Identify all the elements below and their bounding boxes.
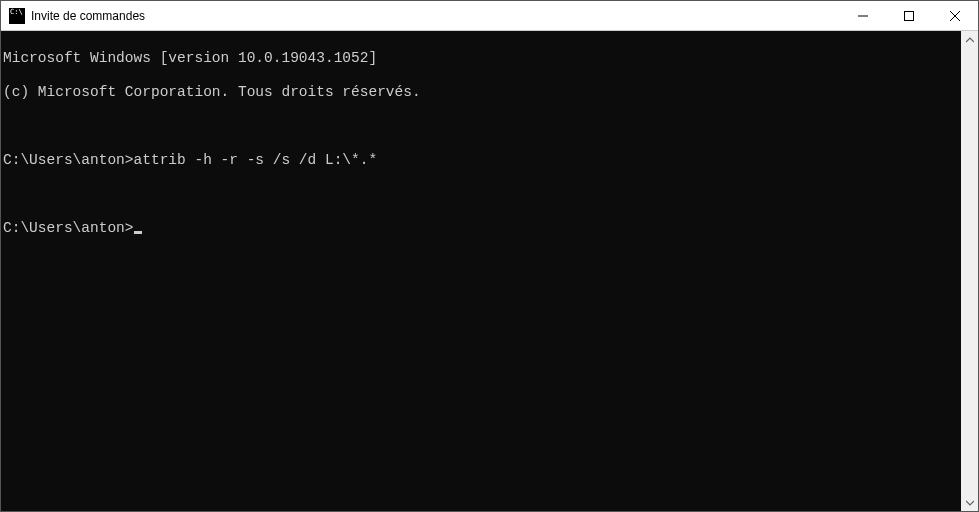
titlebar[interactable]: Invite de commandes xyxy=(1,1,978,31)
window-title: Invite de commandes xyxy=(31,9,840,23)
cursor xyxy=(134,231,142,234)
chevron-up-icon xyxy=(966,36,974,44)
active-prompt-line: C:\Users\anton> xyxy=(3,220,961,237)
console-output[interactable]: Microsoft Windows [version 10.0.19043.10… xyxy=(1,31,961,511)
prompt-text: C:\Users\anton> xyxy=(3,152,134,168)
svg-rect-1 xyxy=(905,11,914,20)
output-blank xyxy=(3,186,961,203)
vertical-scrollbar[interactable] xyxy=(961,31,978,511)
maximize-button[interactable] xyxy=(886,1,932,30)
prompt-text: C:\Users\anton> xyxy=(3,220,134,236)
window-controls xyxy=(840,1,978,30)
command-text: attrib -h -r -s /s /d L:\*.* xyxy=(134,152,378,168)
close-button[interactable] xyxy=(932,1,978,30)
chevron-down-icon xyxy=(966,499,974,507)
command-line: C:\Users\anton>attrib -h -r -s /s /d L:\… xyxy=(3,152,961,169)
close-icon xyxy=(950,11,960,21)
minimize-button[interactable] xyxy=(840,1,886,30)
cmd-icon xyxy=(9,8,25,24)
maximize-icon xyxy=(904,11,914,21)
scroll-down-button[interactable] xyxy=(961,494,978,511)
output-line: (c) Microsoft Corporation. Tous droits r… xyxy=(3,84,961,101)
output-line: Microsoft Windows [version 10.0.19043.10… xyxy=(3,50,961,67)
scroll-up-button[interactable] xyxy=(961,31,978,48)
minimize-icon xyxy=(858,11,868,21)
output-blank xyxy=(3,118,961,135)
command-prompt-window: Invite de commandes Microsoft Windows [v… xyxy=(0,0,979,512)
console-viewport: Microsoft Windows [version 10.0.19043.10… xyxy=(1,31,978,511)
